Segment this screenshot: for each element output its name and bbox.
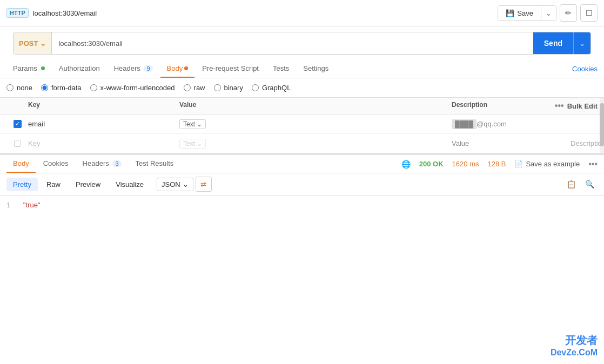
top-bar-url: localhost:3030/email xyxy=(33,9,97,17)
top-bar-left: HTTP localhost:3030/email xyxy=(6,8,97,18)
radio-raw[interactable]: raw xyxy=(184,84,205,92)
radio-raw-input[interactable] xyxy=(184,84,191,91)
scrollbar[interactable] xyxy=(600,98,604,153)
radio-graphql-input[interactable] xyxy=(252,84,259,91)
table-row-placeholder: Key Text ⌄ Value Description xyxy=(0,134,604,153)
tab-settings[interactable]: Settings xyxy=(297,60,335,78)
format-tab-raw[interactable]: Raw xyxy=(40,178,67,191)
save-icon: 💾 xyxy=(506,9,514,17)
watermark-en: DevZe.CoM xyxy=(551,348,598,358)
comment-icon: ☐ xyxy=(586,9,593,17)
response-area: Body Cookies Headers 3 Test Results 🌐 20… xyxy=(0,153,604,214)
radio-graphql-label: GraphQL xyxy=(262,84,291,92)
edit-icon: ✏ xyxy=(565,9,572,17)
save-button-group: 💾 Save ⌄ xyxy=(498,5,556,21)
tab-authorization[interactable]: Authorization xyxy=(52,60,106,78)
radio-none[interactable]: none xyxy=(6,84,32,92)
send-chevron-button[interactable]: ⌄ xyxy=(573,32,590,54)
line-number-1: 1 xyxy=(6,201,10,209)
globe-icon: 🌐 xyxy=(401,160,411,168)
radio-none-label: none xyxy=(17,84,32,92)
tab-prerequest[interactable]: Pre-request Script xyxy=(196,60,265,78)
table-header: Key Value Description ••• Bulk Edit xyxy=(0,98,604,114)
method-select[interactable]: POST ⌄ xyxy=(14,32,52,54)
save-chevron-button[interactable]: ⌄ xyxy=(541,6,556,21)
send-button-group: Send ⌄ xyxy=(533,32,590,54)
save-button[interactable]: 💾 Save xyxy=(498,6,541,21)
radio-binary[interactable]: binary xyxy=(214,84,243,92)
radio-graphql[interactable]: GraphQL xyxy=(252,84,291,92)
url-input[interactable] xyxy=(52,32,533,54)
placeholder-type-badge[interactable]: Text ⌄ xyxy=(179,139,206,149)
row-type-badge[interactable]: Text ⌄ xyxy=(179,119,206,129)
header-checkbox-col xyxy=(6,101,28,111)
top-bar: HTTP localhost:3030/email 💾 Save ⌄ ✏ ☐ xyxy=(0,0,604,26)
code-string-1: "true" xyxy=(23,201,41,209)
radio-binary-input[interactable] xyxy=(214,84,221,91)
tab-headers[interactable]: Headers 9 xyxy=(108,60,159,78)
params-table-container: Key Value Description ••• Bulk Edit emai… xyxy=(0,98,604,153)
wrap-icon: ⇄ xyxy=(200,180,206,188)
method-label: POST xyxy=(19,39,38,48)
radio-form-data[interactable]: form-data xyxy=(41,84,82,92)
wrap-button[interactable]: ⇄ xyxy=(196,177,212,192)
header-desc: Description xyxy=(452,101,571,111)
edit-icon-button[interactable]: ✏ xyxy=(560,4,577,22)
scrollbar-thumb[interactable] xyxy=(600,103,604,146)
row-value[interactable]: ████@qq.com xyxy=(452,120,571,128)
response-tab-cookies[interactable]: Cookies xyxy=(37,155,75,173)
save-example-button[interactable]: 📄 Save as example xyxy=(514,160,580,168)
method-chevron-icon: ⌄ xyxy=(40,39,46,48)
placeholder-desc: Description xyxy=(571,139,598,147)
search-icon-button[interactable]: 🔍 xyxy=(581,177,598,192)
copy-icon: 📋 xyxy=(567,180,576,188)
tab-tests[interactable]: Tests xyxy=(266,60,296,78)
placeholder-type-label: Text xyxy=(183,140,195,147)
placeholder-checkbox[interactable] xyxy=(14,140,21,147)
search-icon: 🔍 xyxy=(585,180,594,188)
placeholder-type-cell: Text ⌄ xyxy=(179,139,452,149)
radio-urlencoded-label: x-www-form-urlencoded xyxy=(100,84,175,92)
radio-urlencoded[interactable]: x-www-form-urlencoded xyxy=(90,84,175,92)
response-tab-headers[interactable]: Headers 3 xyxy=(76,155,128,173)
cookies-link[interactable]: Cookies xyxy=(572,60,598,77)
response-tab-test-results[interactable]: Test Results xyxy=(129,155,180,173)
format-type-select[interactable]: JSON ⌄ xyxy=(157,178,193,191)
response-tab-body[interactable]: Body xyxy=(6,155,36,173)
format-tab-preview[interactable]: Preview xyxy=(69,178,107,191)
format-tab-pretty[interactable]: Pretty xyxy=(6,178,38,191)
code-line-1: 1 "true" xyxy=(6,201,598,209)
row-key[interactable]: email xyxy=(28,120,179,128)
tab-body[interactable]: Body xyxy=(160,60,195,78)
placeholder-checkbox-cell xyxy=(6,140,28,147)
format-tab-visualize[interactable]: Visualize xyxy=(109,178,150,191)
comment-icon-button[interactable]: ☐ xyxy=(580,4,598,22)
header-key: Key xyxy=(28,101,179,111)
placeholder-chevron-icon: ⌄ xyxy=(197,140,202,147)
placeholder-key[interactable]: Key xyxy=(28,139,179,147)
radio-raw-label: raw xyxy=(194,84,205,92)
code-area: 1 "true" xyxy=(0,196,604,214)
more-options-icon[interactable]: ••• xyxy=(555,101,564,111)
radio-form-data-input[interactable] xyxy=(41,84,48,91)
save-example-icon: 📄 xyxy=(514,160,523,168)
radio-form-data-label: form-data xyxy=(51,84,82,92)
radio-none-input[interactable] xyxy=(6,84,14,91)
bulk-edit-label[interactable]: Bulk Edit xyxy=(567,102,598,110)
row-checkbox[interactable] xyxy=(14,120,22,128)
row-checkbox-cell[interactable] xyxy=(6,120,28,128)
radio-urlencoded-input[interactable] xyxy=(90,84,97,91)
response-format-bar: Pretty Raw Preview Visualize JSON ⌄ ⇄ 📋 … xyxy=(0,173,604,196)
response-more-dots[interactable]: ••• xyxy=(588,159,598,169)
send-button[interactable]: Send xyxy=(533,32,573,54)
body-options: none form-data x-www-form-urlencoded raw… xyxy=(0,78,604,98)
tab-params[interactable]: Params xyxy=(6,60,51,78)
table-row: email Text ⌄ ████@qq.com xyxy=(0,114,604,134)
placeholder-value[interactable]: Value xyxy=(452,139,571,147)
status-size: 128 B xyxy=(487,160,506,168)
http-badge: HTTP xyxy=(6,8,29,18)
copy-icon-button[interactable]: 📋 xyxy=(563,177,579,192)
response-status-area: 🌐 200 OK 1620 ms 128 B 📄 Save as example… xyxy=(401,156,598,172)
top-bar-actions: 💾 Save ⌄ ✏ ☐ xyxy=(498,4,598,22)
params-label: Params xyxy=(13,64,37,72)
